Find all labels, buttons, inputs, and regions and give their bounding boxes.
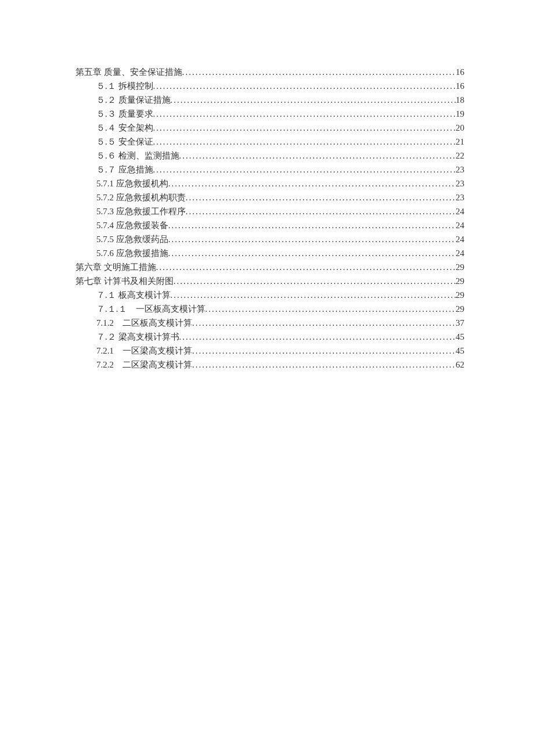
toc-entry: ５.１ 拆模控制16 bbox=[75, 79, 464, 93]
toc-entry-title: 7.1.2 二区板高支模计算 bbox=[96, 316, 192, 330]
toc-entry-title: ５.３ 质量要求 bbox=[96, 107, 153, 121]
toc-entry-page: 23 bbox=[456, 163, 464, 177]
toc-entry-title: ５.２ 质量保证措施 bbox=[96, 93, 171, 107]
toc-entry-title: 7.2.1 一区梁高支模计算 bbox=[96, 344, 192, 358]
toc-entry-title: 第七章 计算书及相关附图 bbox=[75, 274, 174, 288]
toc-entry-page: 18 bbox=[456, 93, 464, 107]
toc-entry: ５.３ 质量要求19 bbox=[75, 107, 464, 121]
toc-entry-page: 29 bbox=[456, 260, 464, 274]
toc-leader-dots bbox=[192, 358, 456, 372]
toc-entry-title: 5.7.3 应急救援工作程序 bbox=[96, 204, 186, 218]
toc-entry-title: ７.２ 梁高支模计算书 bbox=[96, 330, 179, 344]
toc-entry-title: ７.１ 板高支模计算 bbox=[96, 288, 171, 302]
toc-entry-title: 5.7.2 应急救援机构职责 bbox=[96, 190, 186, 204]
toc-entry: 第六章 文明施工措施29 bbox=[75, 260, 464, 274]
toc-leader-dots bbox=[168, 218, 456, 232]
toc-leader-dots bbox=[192, 344, 456, 358]
toc-entry: ５.４ 安全架构20 bbox=[75, 121, 464, 135]
toc-entry: ５.６ 检测、监测措施22 bbox=[75, 149, 464, 163]
toc-leader-dots bbox=[153, 121, 456, 135]
toc-entry-title: ７.１.１ 一区板高支模计算 bbox=[96, 302, 205, 316]
toc-leader-dots bbox=[168, 246, 456, 260]
toc-entry-page: 29 bbox=[456, 302, 464, 316]
toc-entry: 5.7.4 应急救援装备24 bbox=[75, 218, 464, 232]
toc-entry: 5.7.2 应急救援机构职责23 bbox=[75, 190, 464, 204]
toc-entry: ７.１.１ 一区板高支模计算29 bbox=[75, 302, 464, 316]
toc-entry-page: 23 bbox=[456, 177, 464, 190]
toc-leader-dots bbox=[171, 93, 456, 107]
toc-leader-dots bbox=[156, 260, 456, 274]
toc-entry-page: 19 bbox=[456, 107, 464, 121]
toc-entry-page: 29 bbox=[456, 274, 464, 288]
toc-entry: ７.２ 梁高支模计算书45 bbox=[75, 330, 464, 344]
toc-entry-title: 5.7.1 应急救援机构 bbox=[96, 177, 168, 190]
toc-entry-page: 24 bbox=[456, 218, 464, 232]
toc-entry-page: 24 bbox=[456, 232, 464, 246]
toc-entry: ５.２ 质量保证措施18 bbox=[75, 93, 464, 107]
toc-leader-dots bbox=[168, 177, 456, 190]
toc-entry-title: 5.7.5 应急救缓药品 bbox=[96, 232, 168, 246]
toc-leader-dots bbox=[174, 274, 456, 288]
toc-entry: 5.7.3 应急救援工作程序24 bbox=[75, 204, 464, 218]
toc-entry-page: 21 bbox=[456, 135, 464, 149]
toc-leader-dots bbox=[153, 79, 456, 93]
toc-entry: 7.2.1 一区梁高支模计算45 bbox=[75, 344, 464, 358]
toc-leader-dots bbox=[171, 288, 456, 302]
toc-leader-dots bbox=[179, 149, 456, 163]
toc-entry-title: 第六章 文明施工措施 bbox=[75, 260, 156, 274]
toc-entry: 5.7.6 应急救援措施24 bbox=[75, 246, 464, 260]
toc-entry-page: 16 bbox=[456, 79, 464, 93]
toc-entry: 第七章 计算书及相关附图29 bbox=[75, 274, 464, 288]
toc-leader-dots bbox=[205, 302, 456, 316]
toc-leader-dots bbox=[192, 316, 456, 330]
toc-entry-title: 第五章 质量、安全保证措施 bbox=[75, 65, 182, 79]
toc-entry: ７.１ 板高支模计算29 bbox=[75, 288, 464, 302]
toc-leader-dots bbox=[179, 330, 456, 344]
toc-entry-page: 16 bbox=[456, 65, 464, 79]
toc-leader-dots bbox=[168, 232, 456, 246]
toc-leader-dots bbox=[186, 190, 456, 204]
toc-entry-title: 5.7.4 应急救援装备 bbox=[96, 218, 168, 232]
toc-entry-page: 24 bbox=[456, 246, 464, 260]
toc-leader-dots bbox=[186, 204, 456, 218]
toc-entry-page: 20 bbox=[456, 121, 464, 135]
toc-leader-dots bbox=[153, 107, 456, 121]
toc-leader-dots bbox=[153, 163, 456, 177]
toc-entry-page: 24 bbox=[456, 204, 464, 218]
toc-entry-title: ５.４ 安全架构 bbox=[96, 121, 153, 135]
toc-entry-page: 22 bbox=[456, 149, 464, 163]
toc-entry-title: ５.１ 拆模控制 bbox=[96, 79, 153, 93]
toc-entry: ５.５ 安全保证21 bbox=[75, 135, 464, 149]
document-page: 第五章 质量、安全保证措施16５.１ 拆模控制16５.２ 质量保证措施18５.３… bbox=[0, 0, 534, 756]
toc-entry: 第五章 质量、安全保证措施16 bbox=[75, 65, 464, 79]
toc-entry-page: 37 bbox=[456, 316, 464, 330]
toc-entry: 5.7.1 应急救援机构23 bbox=[75, 177, 464, 190]
toc-entry-title: ５.７ 应急措施 bbox=[96, 163, 153, 177]
toc-entry: ５.７ 应急措施23 bbox=[75, 163, 464, 177]
toc-entry: 5.7.5 应急救缓药品24 bbox=[75, 232, 464, 246]
toc-entry-title: ５.５ 安全保证 bbox=[96, 135, 153, 149]
toc-entry-title: 5.7.6 应急救援措施 bbox=[96, 246, 168, 260]
toc-leader-dots bbox=[153, 135, 456, 149]
toc-entry: 7.1.2 二区板高支模计算37 bbox=[75, 316, 464, 330]
table-of-contents: 第五章 质量、安全保证措施16５.１ 拆模控制16５.２ 质量保证措施18５.３… bbox=[75, 65, 464, 372]
toc-entry-title: ５.６ 检测、监测措施 bbox=[96, 149, 179, 163]
toc-entry: 7.2.2 二区梁高支模计算62 bbox=[75, 358, 464, 372]
toc-entry-page: 62 bbox=[456, 358, 464, 372]
toc-entry-page: 45 bbox=[456, 344, 464, 358]
toc-leader-dots bbox=[182, 65, 456, 79]
toc-entry-page: 45 bbox=[456, 330, 464, 344]
toc-entry-page: 23 bbox=[456, 190, 464, 204]
toc-entry-page: 29 bbox=[456, 288, 464, 302]
toc-entry-title: 7.2.2 二区梁高支模计算 bbox=[96, 358, 192, 372]
